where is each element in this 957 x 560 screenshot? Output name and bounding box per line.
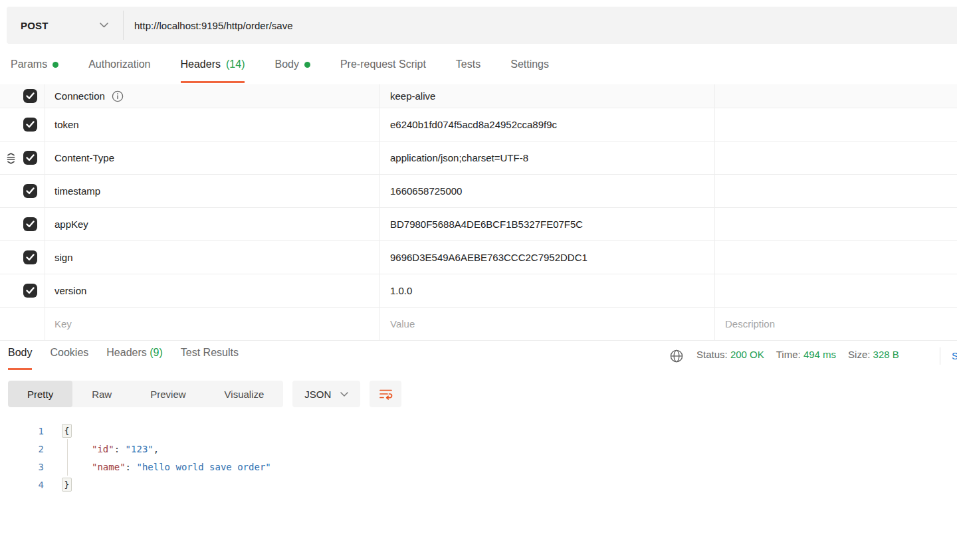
code-line: 3 "name": "hello world save order" [0,458,957,476]
header-value: keep-alive [390,90,435,102]
request-tabs: Params Authorization Headers (14) Body P… [0,58,957,84]
tab-prerequest-script[interactable]: Pre-request Script [340,58,426,83]
drag-handle-icon[interactable] [5,152,17,164]
postman-request-view: POST http://localhost:9195/http/order/sa… [0,0,957,560]
row-checkbox[interactable] [23,89,37,103]
header-value: e6240b1fd074f5acd8a24952cca89f9c [390,119,557,130]
meta-divider [940,347,940,365]
header-description[interactable] [714,208,957,240]
line-number: 4 [0,480,44,490]
description-input[interactable]: Description [714,308,957,340]
response-tab-cookies[interactable]: Cookies [50,340,88,370]
row-checkbox[interactable] [23,284,37,298]
header-value: 9696D3E549A6AEBE763CCC2C7952DDC1 [390,252,587,263]
info-icon [112,90,124,102]
table-row: version 1.0.0 [0,274,957,308]
headers-table: Connection keep-alive [0,84,957,341]
view-mode-raw[interactable]: Raw [72,381,131,407]
code-line: 2 "id": "123", [0,440,957,458]
checkmark-icon [26,121,35,128]
tab-params[interactable]: Params [11,58,58,83]
tab-body[interactable]: Body [274,58,310,83]
table-row: timestamp 1660658725000 [0,175,957,208]
line-number: 1 [0,426,44,436]
tab-settings[interactable]: Settings [510,58,549,83]
checkmark-icon [26,92,35,100]
table-row: token e6240b1fd074f5acd8a24952cca89f9c [0,108,957,141]
response-headers-count-badge: (9) [150,347,163,358]
header-value: application/json;charset=UTF-8 [390,152,528,163]
header-description[interactable] [714,84,957,108]
checkmark-icon [26,187,35,195]
header-key: token [54,119,79,130]
header-key: version [54,285,86,296]
header-description[interactable] [714,241,957,274]
params-green-dot-icon [53,62,58,68]
checkmark-icon [26,221,35,228]
table-row: Connection keep-alive [0,84,957,108]
header-value: 1660658725000 [390,185,462,197]
status-badge: Status: 200 OK [696,349,764,360]
row-checkbox[interactable] [23,118,37,132]
chevron-down-icon [340,392,348,397]
header-key: sign [54,252,73,263]
tab-headers[interactable]: Headers (14) [181,58,245,83]
view-mode-preview[interactable]: Preview [131,381,205,407]
tab-authorization[interactable]: Authorization [88,58,150,83]
code-line: 4 } [0,476,957,494]
table-row: sign 9696D3E549A6AEBE763CCC2C7952DDC1 [0,241,957,274]
size-badge: Size: 328 B [848,349,899,360]
row-checkbox[interactable] [23,184,37,198]
table-row: appKey BD7980F5688A4DE6BCF1B5327FE07F5C [0,208,957,241]
response-viewer-toolbar: Pretty Raw Preview Visualize JSON [8,381,401,407]
method-label: POST [21,20,49,31]
row-checkbox[interactable] [23,151,37,165]
save-response-button[interactable]: Save Response [952,350,957,361]
header-description[interactable] [714,274,957,307]
view-mode-pretty[interactable]: Pretty [8,381,72,407]
header-description[interactable] [714,141,957,174]
header-key: Content-Type [54,152,114,163]
method-selector[interactable]: POST [7,7,123,44]
header-key: timestamp [54,185,100,197]
line-number: 2 [0,444,44,454]
header-value: BD7980F5688A4DE6BCF1B5327FE07F5C [390,219,583,230]
response-header: Body Cookies Headers (9) Test Results St… [0,340,957,373]
response-body-editor[interactable]: 1 { 2 "id": "123", 3 "name": "hello worl… [0,422,957,494]
checkmark-icon [26,287,35,294]
key-input[interactable]: Key [45,308,379,340]
globe-icon[interactable] [669,349,684,363]
view-mode-group: Pretty Raw Preview Visualize [8,381,283,407]
header-key: Connection [54,90,105,102]
row-checkbox[interactable] [23,250,37,264]
table-row-new: Key Value Description [0,308,957,341]
response-tab-test-results[interactable]: Test Results [181,340,239,370]
fold-marker-open-brace[interactable]: { [62,424,72,438]
response-tab-body[interactable]: Body [8,340,32,370]
body-green-dot-icon [304,62,310,68]
fold-guide-line [67,439,68,476]
time-badge: Time: 494 ms [776,349,836,360]
checkmark-icon [26,154,35,161]
header-key: appKey [54,219,88,230]
response-tab-headers[interactable]: Headers (9) [106,340,163,370]
response-meta: Status: 200 OK Time: 494 ms Size: 328 B [696,349,899,360]
header-description[interactable] [714,108,957,141]
response-tabs: Body Cookies Headers (9) Test Results [8,340,239,370]
wrap-lines-icon [379,389,393,400]
header-value: 1.0.0 [390,285,412,296]
value-input[interactable]: Value [379,308,714,340]
fold-marker-close-brace[interactable]: } [62,478,72,492]
headers-count-badge: (14) [226,58,245,70]
row-checkbox[interactable] [23,217,37,231]
line-number: 3 [0,462,44,472]
header-description[interactable] [714,175,957,207]
chevron-down-icon [100,23,108,28]
wrap-lines-button[interactable] [370,381,401,407]
code-line: 1 { [0,422,957,440]
table-row: Content-Type application/json;charset=UT… [0,141,957,175]
tab-tests[interactable]: Tests [456,58,480,83]
language-selector[interactable]: JSON [292,381,360,407]
url-input[interactable]: http://localhost:9195/http/order/save [124,7,957,44]
view-mode-visualize[interactable]: Visualize [205,381,284,407]
